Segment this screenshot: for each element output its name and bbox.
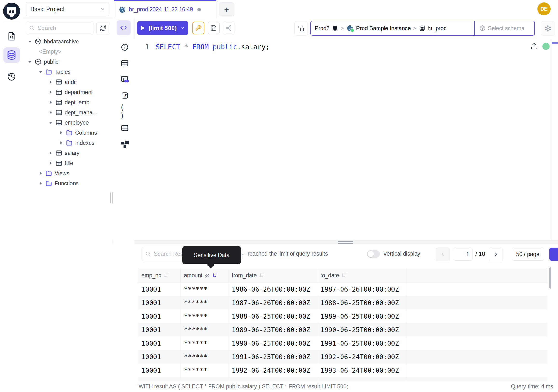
table-row[interactable]: 10001******1993-06-24T00:00:00Z1994-06-2… (138, 377, 547, 381)
column-header-emp_no[interactable]: emp_no (138, 269, 181, 282)
panel-resize-divider[interactable] (134, 240, 558, 244)
table-cell[interactable]: 1993-06-24T00:00:00Z (228, 377, 317, 381)
tree-item-functions[interactable]: Functions (23, 178, 128, 189)
caret-right-icon[interactable] (59, 141, 63, 145)
share-button[interactable] (223, 22, 235, 34)
sort-icon[interactable] (259, 273, 265, 279)
bytebase-logo[interactable] (3, 3, 20, 19)
sidebar-resize-handle[interactable] (110, 192, 113, 203)
tables-panel-icon[interactable] (120, 123, 130, 133)
refresh-tree-button[interactable] (96, 22, 110, 35)
batch-query-button[interactable] (295, 21, 308, 36)
table-cell[interactable]: ****** (181, 337, 228, 350)
results-table[interactable]: emp_noamountfrom_dateto_date10001******1… (138, 269, 547, 381)
table-cell[interactable]: 1991-06-25T00:00:00Z (228, 350, 317, 364)
table-cell[interactable]: 1987-06-26T00:00:00Z (228, 296, 317, 309)
column-header-to_date[interactable]: to_date (317, 269, 407, 282)
page-number-input[interactable] (453, 248, 472, 261)
table-row[interactable]: 10001******1987-06-26T00:00:00Z1988-06-2… (138, 296, 547, 309)
table-cell[interactable]: 1988-06-25T00:00:00Z (228, 309, 317, 323)
caret-right-icon[interactable] (48, 111, 53, 114)
caret-right-icon[interactable] (48, 100, 53, 104)
code-panel-button[interactable] (117, 20, 131, 35)
caret-down-icon[interactable] (27, 60, 32, 64)
table-cell[interactable]: 10001 (138, 323, 181, 337)
sort-icon[interactable] (164, 273, 169, 279)
upload-icon[interactable] (531, 43, 538, 50)
tree-item-bbdataarchive[interactable]: bbdataarchive (23, 36, 117, 47)
table-cell[interactable]: 10001 (138, 337, 181, 350)
table-cell[interactable]: ****** (181, 350, 228, 364)
chevron-down-icon[interactable] (180, 26, 185, 30)
sql-editor[interactable] (113, 39, 558, 240)
format-sql-button[interactable] (192, 22, 204, 34)
column-header-amount[interactable]: amount (181, 269, 228, 282)
tree-item-public[interactable]: public (23, 57, 117, 67)
project-selector[interactable]: Basic Project (26, 2, 109, 16)
avatar[interactable]: DE (538, 2, 550, 16)
info-panel-icon[interactable] (120, 43, 130, 52)
export-button-partial[interactable] (549, 248, 558, 261)
table-cell[interactable]: 1986-06-26T00:00:00Z (228, 282, 317, 296)
tree-item-views[interactable]: Views (23, 168, 128, 178)
table-cell[interactable]: ****** (181, 377, 228, 381)
table-row[interactable]: 10001******1989-06-25T00:00:00Z1990-06-2… (138, 323, 547, 337)
table-cell[interactable]: 1990-06-25T00:00:00Z (228, 337, 317, 350)
table-row[interactable]: 10001******1986-06-26T00:00:00Z1987-06-2… (138, 282, 547, 296)
sidebar-search[interactable] (26, 22, 94, 34)
table-cell[interactable]: ****** (181, 364, 228, 377)
function-panel-icon[interactable]: f (120, 91, 130, 100)
table-panel-icon[interactable] (120, 58, 130, 68)
table-cell[interactable]: 10001 (138, 364, 181, 377)
add-tab-button[interactable]: + (219, 2, 234, 17)
page-size-select[interactable]: 50 / page (512, 248, 544, 261)
table-cell[interactable]: 1991-06-25T00:00:00Z (317, 337, 407, 350)
table-cell[interactable]: 10001 (138, 350, 181, 364)
table-cell[interactable]: 1989-06-25T00:00:00Z (317, 309, 407, 323)
table-row[interactable]: 10001******1992-06-24T00:00:00Z1993-06-2… (138, 364, 547, 377)
results-scrollbar[interactable] (549, 267, 551, 289)
sensitive-data-panel-icon[interactable] (120, 74, 130, 84)
select-schema-button[interactable]: Select schema (474, 21, 534, 35)
parameters-panel-icon[interactable]: ( ) (120, 107, 130, 116)
sidebar-item-history[interactable] (3, 69, 20, 85)
next-page-button[interactable] (489, 248, 503, 261)
table-cell[interactable]: ****** (181, 323, 228, 337)
table-cell[interactable]: 1989-06-25T00:00:00Z (228, 323, 317, 337)
tree-item-tables[interactable]: Tables (23, 67, 128, 77)
table-cell[interactable]: 1993-06-24T00:00:00Z (317, 364, 407, 377)
caret-right-icon[interactable] (48, 80, 53, 84)
sidebar-item-databases[interactable] (3, 47, 20, 63)
table-cell[interactable]: 1992-06-24T00:00:00Z (228, 364, 317, 377)
caret-right-icon[interactable] (48, 151, 53, 155)
table-row[interactable]: 10001******1991-06-25T00:00:00Z1992-06-2… (138, 350, 547, 364)
table-cell[interactable]: ****** (181, 282, 228, 296)
table-cell[interactable]: 1994-06-24T00:00:00Z (317, 377, 407, 381)
prev-page-button[interactable] (436, 248, 450, 261)
sidebar-item-worksheets[interactable] (3, 28, 20, 44)
connection-breadcrumb[interactable]: Prod2 > Prod Sample Instance > hr_prod (311, 21, 474, 35)
table-cell[interactable]: 1988-06-25T00:00:00Z (317, 296, 407, 309)
caret-right-icon[interactable] (38, 182, 43, 185)
caret-down-icon[interactable] (48, 121, 53, 125)
table-cell[interactable]: ****** (181, 296, 228, 309)
sql-code-line[interactable]: SELECT * FROM public.salary; (156, 43, 270, 51)
caret-down-icon[interactable] (27, 40, 32, 44)
caret-right-icon[interactable] (59, 131, 63, 135)
caret-down-icon[interactable] (38, 70, 43, 74)
schema-diagram-icon[interactable] (120, 139, 130, 149)
caret-right-icon[interactable] (48, 90, 53, 94)
table-cell[interactable]: 1992-06-24T00:00:00Z (317, 350, 407, 364)
sort-icon[interactable] (341, 273, 347, 279)
caret-right-icon[interactable] (48, 161, 53, 165)
table-row[interactable]: 10001******1988-06-25T00:00:00Z1989-06-2… (138, 309, 547, 323)
table-row[interactable]: 10001******1990-06-25T00:00:00Z1991-06-2… (138, 337, 547, 350)
column-header-from_date[interactable]: from_date (228, 269, 317, 282)
table-cell[interactable]: 1990-06-25T00:00:00Z (317, 323, 407, 337)
sort-icon[interactable] (212, 273, 218, 279)
vertical-display-toggle[interactable] (367, 250, 380, 258)
table-cell[interactable]: ****** (181, 309, 228, 323)
table-cell[interactable]: 10001 (138, 377, 181, 381)
table-cell[interactable]: 10001 (138, 282, 181, 296)
table-cell[interactable]: 1987-06-26T00:00:00Z (317, 282, 407, 296)
